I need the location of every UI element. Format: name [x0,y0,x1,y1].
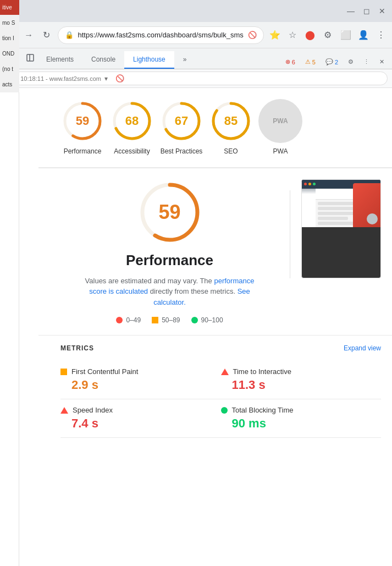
tbt-label: Total Blocking Time [232,406,294,414]
accessibility-label: Accessibility [114,147,150,156]
browser-window: — ◻ ✕ ← → ↻ 🔒 https://www.fast2sms.com/d… [0,0,392,566]
tab-lighthouse[interactable]: Lighthouse [124,51,174,69]
score-best-practices[interactable]: 67 Best Practices [159,99,203,156]
expand-view-button[interactable]: Expand view [344,344,381,352]
screenshot-thumbnail [301,179,381,278]
devtools-panel-icon [23,50,37,69]
lock-icon: 🔒 [65,31,74,39]
best-practices-label: Best Practices [161,147,203,156]
pwa-circle: PWA [258,99,302,143]
legend-average: 50–89 [152,316,180,324]
settings-icon[interactable]: ⚙ [345,57,357,67]
scores-container: 59 Performance 68 Accessibility [38,88,392,168]
profile-icon[interactable]: 👤 [357,28,370,43]
dropdown-icon[interactable]: ▾ [104,75,108,83]
metric-speed-index: Speed Index 7.4 s [60,399,221,438]
pwa-label: PWA [273,147,288,156]
tbt-value: 90 ms [232,416,382,431]
reload-button[interactable]: ↻ [40,28,53,43]
si-value: 7.4 s [71,416,221,431]
devtools-close-icon[interactable]: ✕ [376,57,388,67]
tab-console[interactable]: Console [82,51,124,69]
svg-rect-1 [27,54,34,61]
close-tab-icon[interactable]: 🚫 [248,31,257,39]
secondary-url-bar: + 10:18:11 - www.fast2sms.com ▾ 🚫 [0,69,392,88]
large-performance-score: 59 [158,201,180,224]
metric-tti: Time to Interactive 11.3 s [221,361,382,399]
bookmark-icon[interactable]: ☆ [286,28,299,43]
devtools-tab-badges: ⊗ 6 ⚠ 5 💬 2 ⚙ ⋮ ✕ [282,57,388,67]
message-icon: 💬 [325,58,333,65]
score-performance[interactable]: 59 Performance [60,99,104,156]
main-content: itive mo S tion I OND (no t acts [0,88,392,566]
devtools-more-icon[interactable]: ⋮ [360,57,373,67]
performance-label: Performance [64,147,102,156]
browser-titlebar: — ◻ ✕ [0,0,392,22]
metric-tbt: Total Blocking Time 90 ms [221,399,382,438]
metric-fcp: First Contentful Paint 2.9 s [60,361,221,399]
more-tabs-button[interactable]: » [174,51,196,69]
window-icon[interactable]: ⬜ [339,28,352,43]
seo-score-value: 85 [224,114,238,128]
legend-fail: 0–49 [116,316,141,324]
metrics-grid: First Contentful Paint 2.9 s Time to Int… [60,361,381,438]
pwa-label-inner: PWA [273,117,288,125]
accessibility-score-value: 68 [125,114,139,128]
tti-label: Time to Interactive [233,367,291,376]
sidebar-label-6: acts [0,88,19,92]
puzzle-icon[interactable]: ⚙ [321,28,334,43]
best-practices-score-value: 67 [175,114,188,128]
extensions-icon[interactable]: ⭐ [268,28,281,43]
tti-indicator [221,369,229,375]
score-legend: 0–49 50–89 90–100 [116,316,223,324]
tbt-indicator [221,407,228,414]
stop-icon[interactable]: ⬤ [303,28,317,43]
close-icon[interactable]: ✕ [379,7,385,15]
timestamp-text: 10:18:11 - www.fast2sms.com [20,75,101,82]
performance-score-value: 59 [76,114,89,128]
metrics-section: METRICS Expand view First Contentful Pai… [38,335,392,447]
fcp-value: 2.9 s [71,378,221,392]
large-performance-circle: 59 [137,179,203,245]
score-accessibility[interactable]: 68 Accessibility [110,99,154,156]
fcp-indicator [60,369,67,375]
si-indicator [60,407,68,414]
tti-value: 11.3 s [232,378,382,392]
minimize-icon[interactable]: — [347,7,355,15]
performance-description: Values are estimated and may vary. The p… [82,276,258,308]
score-divider-vertical [290,190,290,278]
url-display[interactable]: 10:18:11 - www.fast2sms.com ▾ 🚫 [13,72,388,85]
warning-icon: ⚠ [305,58,311,65]
address-bar[interactable]: 🔒 https://www.fast2sms.com/dashboard/sms… [58,26,264,44]
lighthouse-panel: 59 Performance 68 Accessibility [38,88,392,566]
errors-badge: ⊗ 6 [282,57,299,67]
performance-detail: 59 Performance Values are estimated and … [38,168,392,336]
seo-label: SEO [224,147,238,156]
legend-pass: 90–100 [191,316,223,324]
fcp-label: First Contentful Paint [71,367,138,376]
si-label: Speed Index [73,406,113,414]
devtools-tabs-bar: Elements Console Lighthouse » ⊗ 6 ⚠ 5 💬 … [0,48,392,69]
accessibility-circle: 68 [110,99,154,143]
performance-title: Performance [126,252,213,269]
warnings-badge: ⚠ 5 [302,57,319,67]
url-text: https://www.fast2sms.com/dashboard/sms/b… [78,31,244,39]
score-seo[interactable]: 85 SEO [209,99,253,156]
tab-elements[interactable]: Elements [37,51,82,69]
forward-button[interactable]: → [22,28,35,43]
maximize-icon[interactable]: ◻ [363,7,370,15]
no-referrer-icon: 🚫 [115,74,124,83]
score-pwa[interactable]: PWA PWA [258,99,302,156]
best-practices-circle: 67 [159,99,203,143]
error-icon: ⊗ [285,58,290,65]
seo-circle: 85 [209,99,253,143]
menu-icon[interactable]: ⋮ [374,28,388,43]
messages-badge: 💬 2 [322,57,341,67]
metrics-title: METRICS [60,344,94,352]
metrics-header: METRICS Expand view [60,344,381,352]
browser-toolbar: ← → ↻ 🔒 https://www.fast2sms.com/dashboa… [0,22,392,48]
left-sidebar: itive mo S tion I OND (no t acts [0,88,19,566]
performance-circle: 59 [60,99,104,143]
